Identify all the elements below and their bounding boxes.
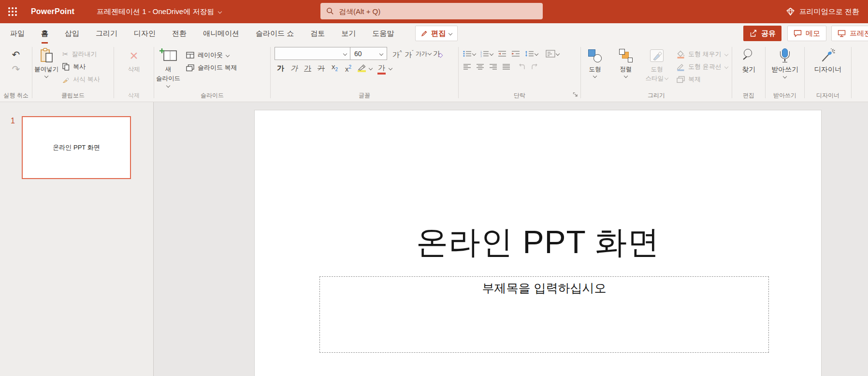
tab-file[interactable]: 파일 [10,23,25,44]
tab-view[interactable]: 보기 [341,23,356,44]
align-right-button[interactable] [488,62,499,71]
clear-formatting-button[interactable]: 가 [432,48,444,59]
slide-title[interactable]: 온라인 PPT 화면 [255,221,821,264]
text-highlight-button[interactable] [356,64,368,72]
align-center-button[interactable] [475,62,486,71]
premium-upgrade-button[interactable]: 프리미엄으로 전환 [786,7,859,16]
slide-thumbnail[interactable]: 온라인 PPT 화면 [22,116,131,179]
layout-label: 레이아웃 [198,51,223,60]
justify-button[interactable] [501,62,512,71]
decrease-indent-button[interactable] [496,49,508,58]
tab-transitions[interactable]: 전환 [172,23,187,44]
change-case-button[interactable]: 가가 [415,48,432,59]
search-input[interactable] [338,7,521,16]
tab-home[interactable]: 홈 [41,23,48,44]
chevron-down-icon[interactable] [369,66,373,70]
designer-label: 디자이너 [814,65,841,74]
group-label-slides: 슬라이드 [201,91,224,102]
shape-outline-icon [677,63,685,71]
chevron-down-icon[interactable] [389,66,392,70]
duplicate-button[interactable]: 복제 [677,73,701,86]
chevron-down-icon [724,52,728,56]
bold-button[interactable]: 가 [275,63,287,74]
share-button[interactable]: 공유 [743,26,781,41]
shape-styles-label-line1: 도형 [651,65,663,74]
shape-outline-button[interactable]: 도형 윤곽선 [677,60,728,73]
shapes-button[interactable]: 도형 [581,47,609,77]
justify-icon [502,63,510,70]
bullets-button[interactable] [462,49,477,58]
shape-styles-icon [650,47,664,64]
app-launcher-icon[interactable] [7,6,18,17]
superscript-button[interactable]: x2 [342,62,354,75]
shape-styles-button[interactable]: 도형 스타일 [643,47,671,83]
shape-outline-label: 도형 윤곽선 [688,62,722,71]
undo-icon[interactable]: ↶ [12,49,20,60]
copy-icon [62,63,70,71]
editing-mode-button[interactable]: 편집 [415,26,458,41]
line-spacing-button[interactable] [523,49,539,58]
cut-button[interactable]: ✂ 잘라내기 [62,48,97,60]
format-painter-button[interactable]: 서식 복사 [62,73,100,86]
chevron-down-icon [226,53,230,57]
rotate-text-down-button[interactable] [529,63,540,71]
italic-button[interactable]: 가 [288,63,300,74]
slide-canvas[interactable]: 온라인 PPT 화면 부제목을 입력하십시오 [255,110,821,376]
app-name[interactable]: PowerPoint [31,7,74,16]
increase-font-size-button[interactable]: 가^ [391,47,403,60]
subtitle-placeholder[interactable]: 부제목을 입력하십시오 [319,276,769,353]
shape-fill-button[interactable]: 도형 채우기 [677,48,728,60]
tab-design[interactable]: 디자인 [134,23,156,44]
align-right-icon [489,63,497,70]
find-button[interactable]: 찾기 [735,47,763,74]
paragraph-dialog-launcher[interactable] [573,90,578,99]
new-slide-button[interactable]: 새 슬라이드 [154,47,182,90]
align-left-icon [463,63,471,70]
rotate-text-up-button[interactable] [517,63,527,71]
font-color-button[interactable]: 가 [376,62,388,75]
tab-draw[interactable]: 그리기 [96,23,117,44]
layout-button[interactable]: 레이아웃 [186,49,229,61]
paste-button[interactable]: 붙여넣기 [32,47,60,77]
underline-button[interactable]: 가 [302,63,314,74]
font-name-combobox[interactable] [275,47,350,60]
ribbon-group-slides: 새 슬라이드 레이아웃 [154,44,270,102]
copy-button[interactable]: 복사 [62,60,86,73]
designer-brush-icon [821,47,835,64]
comments-button[interactable]: 메모 [787,26,826,41]
shape-fill-label: 도형 채우기 [688,50,722,59]
ribbon-group-delete: × 삭제 삭제 [114,44,154,102]
copy-label: 복사 [73,62,86,71]
document-title[interactable]: 프레젠테이션 1 - OneDrive에 저장됨 [97,7,221,16]
font-size-combobox[interactable]: 60 [350,47,387,60]
app-header: PowerPoint 프레젠테이션 1 - OneDrive에 저장됨 프리미엄… [0,0,868,23]
tab-review[interactable]: 검토 [310,23,325,44]
duplicate-slide-button[interactable]: 슬라이드 복제 [186,61,237,74]
numbering-button[interactable]: 1 2 3 [479,49,494,58]
dictate-button[interactable]: 받아쓰기 [767,47,803,78]
delete-x-icon: × [130,47,138,64]
editing-mode-label: 편집 [431,29,446,38]
delete-button[interactable]: × 삭제 [120,47,148,74]
ribbon-group-designer: 디자이너 디자이너 [805,44,851,102]
arrange-button[interactable]: 정렬 [612,47,640,77]
text-direction-button[interactable] [544,49,561,59]
designer-button[interactable]: 디자이너 [806,47,850,74]
arrange-label: 정렬 [620,65,632,74]
search-box[interactable] [320,3,543,19]
strikethrough-button[interactable]: 가 [315,63,327,74]
workspace: 1 온라인 PPT 화면 온라인 PPT 화면 부제목을 입력하십시오 [0,102,868,376]
tab-animations[interactable]: 애니메이션 [203,23,239,44]
subscript-button[interactable]: x2 [329,61,341,75]
ribbon-group-drawing: 도형 정렬 [581,44,732,102]
present-button[interactable]: 프레젠 [831,26,868,41]
tab-help[interactable]: 도움말 [372,23,394,44]
tab-slideshow[interactable]: 슬라이드 쇼 [256,23,294,44]
redo-icon[interactable]: ↷ [12,63,20,75]
svg-text:3: 3 [480,55,482,58]
align-left-button[interactable] [462,62,473,71]
font-size-value: 60 [354,50,362,58]
decrease-font-size-button[interactable]: 가ˇ [403,47,415,60]
tab-insert[interactable]: 삽입 [65,23,79,44]
increase-indent-button[interactable] [510,49,521,58]
